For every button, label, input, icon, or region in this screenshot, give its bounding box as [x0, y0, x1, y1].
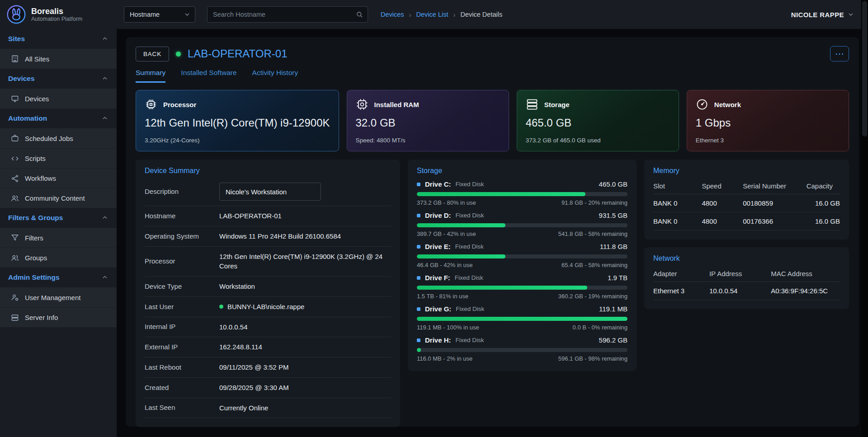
cell-slot: BANK 0	[653, 194, 702, 212]
card-value: 12th Gen Intel(R) Core(TM) i9-12900K	[145, 117, 330, 129]
tab-summary[interactable]: Summary	[136, 69, 165, 83]
sidebar-item-label: Groups	[25, 254, 47, 262]
user-menu[interactable]: NICOLE RAPPE	[791, 11, 854, 19]
drive-size: 465.0 GB	[599, 180, 627, 188]
table-row: BANK 0 4800 00180859 16.0 GB	[653, 194, 840, 212]
sidebar-item-devices[interactable]: Devices	[0, 89, 117, 108]
sidebar-item-all-sites[interactable]: All Sites	[0, 49, 117, 69]
col-header: Slot	[653, 178, 702, 194]
drive-used: 116.0 MB - 2% in use	[417, 355, 472, 362]
row-label: Last User	[145, 302, 219, 311]
sidebar: Sites All Sites Devices Devices Automati…	[0, 29, 117, 437]
sidebar-item-scheduled-jobs[interactable]: Scheduled Jobs	[0, 128, 117, 148]
cell-serial: 00176366	[743, 212, 806, 230]
chevron-up-icon	[101, 115, 108, 122]
sidebar-item-scripts[interactable]: Scripts	[0, 148, 117, 168]
card-label: Installed RAM	[374, 101, 419, 108]
drive-remaining: 541.8 GB - 58% remaining	[558, 230, 627, 237]
row-value: 162.248.8.114	[219, 342, 262, 352]
scrollbar-thumb[interactable]	[862, 1, 867, 136]
ram-card: Installed RAM 32.0 GB Speed: 4800 MT/s	[347, 90, 509, 151]
processor-card: Processor 12th Gen Intel(R) Core(TM) i9-…	[136, 90, 339, 151]
drive-type: Fixed Disk	[456, 212, 484, 219]
right-column: Memory Slot Speed Serial Number Capacity	[644, 160, 849, 309]
drive-row-c: Drive C: Fixed Disk 465.0 GB 373.2 GB - …	[417, 180, 627, 206]
sidebar-section-admin-settings[interactable]: Admin Settings	[0, 268, 117, 287]
description-input[interactable]	[219, 183, 321, 201]
chevron-up-icon	[101, 75, 108, 82]
sidebar-section-automation[interactable]: Automation	[0, 108, 117, 128]
sidebar-item-groups[interactable]: Groups	[0, 248, 117, 268]
card-value: 465.0 GB	[526, 117, 670, 129]
drive-type: Fixed Disk	[455, 274, 483, 281]
card-value: 1 Gbps	[696, 117, 840, 129]
funnel-icon	[11, 234, 19, 242]
row-label: Processor	[145, 257, 219, 266]
summary-row-operating-system: Operating System Windows 11 Pro 24H2 Bui…	[145, 226, 391, 247]
breadcrumb-devices[interactable]: Devices	[381, 11, 404, 18]
row-value: BUNNY-LAB\nicole.rappe	[219, 302, 304, 312]
row-value: LAB-OPERATOR-01	[219, 211, 282, 221]
card-footer: Speed: 4800 MT/s	[356, 137, 500, 144]
drive-row-d: Drive D: Fixed Disk 931.5 GB 389.7 GB - …	[417, 211, 627, 237]
section-label: Automation	[8, 114, 47, 122]
drive-usage-bar	[417, 192, 627, 196]
drive-type: Fixed Disk	[455, 243, 484, 250]
sidebar-item-filters[interactable]: Filters	[0, 228, 117, 248]
card-footer: Ethernet 3	[696, 137, 840, 144]
storage-stack-icon	[526, 98, 538, 111]
sidebar-item-label: Filters	[25, 234, 43, 242]
col-header: MAC Address	[771, 265, 840, 282]
sidebar-item-workflows[interactable]: Workflows	[0, 168, 117, 188]
tab-activity-history[interactable]: Activity History	[252, 69, 298, 83]
drive-bullet-icon	[417, 276, 420, 280]
drive-name: Drive H:	[425, 336, 451, 344]
code-icon	[11, 155, 19, 163]
drive-row-f: Drive F: Fixed Disk 1.9 TB 1.5 TB - 81% …	[417, 274, 627, 300]
vertical-scrollbar[interactable]	[861, 0, 868, 437]
summary-row-device-type: Device Type Workstation	[145, 277, 391, 297]
drive-used: 389.7 GB - 42% in use	[417, 230, 476, 237]
sidebar-item-server-info[interactable]: Server Info	[0, 307, 117, 327]
col-header: Speed	[702, 178, 743, 194]
row-value: 12th Gen Intel(R) Core(TM) i9-12900K (3.…	[219, 252, 391, 272]
search-box[interactable]	[207, 6, 368, 23]
sidebar-item-community-content[interactable]: Community Content	[0, 188, 117, 208]
sidebar-section-devices[interactable]: Devices	[0, 69, 117, 89]
pane-title: Device Summary	[145, 167, 391, 175]
sidebar-item-label: All Sites	[25, 55, 49, 63]
section-label: Admin Settings	[8, 273, 60, 282]
brand-subtitle: Automation Platform	[31, 16, 82, 22]
borealis-rabbit-logo-icon	[6, 5, 26, 24]
card-value: 32.0 GB	[356, 117, 500, 129]
search-icon[interactable]	[356, 11, 363, 18]
sidebar-item-user-management[interactable]: User Management	[0, 287, 117, 307]
app-root: Borealis Automation Platform Hostname De…	[0, 0, 868, 437]
breadcrumb-separator: ›	[448, 11, 461, 19]
row-value: 10.0.0.54	[219, 322, 248, 332]
drive-usage-bar	[417, 254, 627, 258]
pane-title: Network	[653, 254, 840, 263]
network-card: Network 1 Gbps Ethernet 3	[687, 90, 849, 151]
drive-type: Fixed Disk	[456, 181, 484, 188]
cell-ip: 10.0.0.54	[709, 282, 771, 300]
back-button[interactable]: BACK	[136, 47, 169, 61]
last-user-value: BUNNY-LAB\nicole.rappe	[227, 302, 304, 312]
drive-size: 1.9 TB	[608, 274, 627, 282]
card-footer: 373.2 GB of 465.0 GB used	[526, 137, 670, 144]
sidebar-section-sites[interactable]: Sites	[0, 29, 117, 49]
network-table: Adapter IP Address MAC Address Ethernet …	[653, 265, 840, 300]
tab-installed-software[interactable]: Installed Software	[181, 69, 236, 83]
table-row: Ethernet 3 10.0.0.54 A0:36:9F:94:26:5C	[653, 282, 840, 300]
breadcrumb-device-list[interactable]: Device List	[416, 11, 448, 18]
summary-row-created: Created 09/28/2025 @ 3:30 AM	[145, 378, 391, 398]
breadcrumb-separator: ›	[404, 11, 416, 19]
row-label: Created	[145, 383, 219, 392]
sidebar-section-filters-groups[interactable]: Filters & Groups	[0, 208, 117, 228]
workflow-nodes-icon	[11, 174, 19, 183]
search-input[interactable]	[213, 11, 356, 18]
drive-usage-bar	[417, 286, 627, 290]
more-actions-button[interactable]: ⋯	[830, 46, 849, 61]
hostname-filter-dropdown[interactable]: Hostname	[124, 6, 195, 23]
row-label: Last Seen	[145, 403, 219, 412]
